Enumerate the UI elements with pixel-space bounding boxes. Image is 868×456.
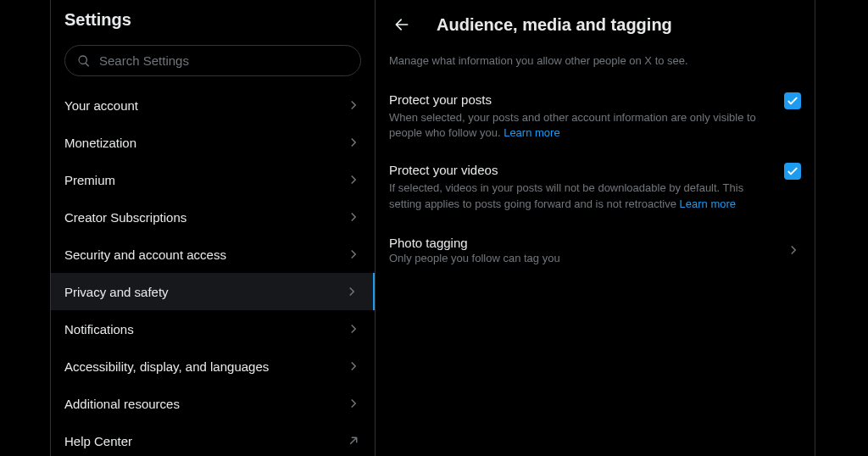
- page-subtitle: Manage what information you allow other …: [376, 46, 815, 84]
- setting-title: Protect your posts: [389, 92, 771, 107]
- sidebar-item-label: Help Center: [64, 434, 132, 448]
- chevron-right-icon: [786, 242, 801, 258]
- sidebar-item-label: Privacy and safety: [64, 285, 169, 299]
- sidebar-item-security-account-access[interactable]: Security and account access: [51, 236, 375, 273]
- right-gutter: [815, 0, 868, 456]
- learn-more-link[interactable]: Learn more: [504, 126, 559, 139]
- sidebar-item-your-account[interactable]: Your account: [51, 86, 375, 124]
- protect-posts-checkbox[interactable]: [784, 92, 801, 109]
- search-wrap: [51, 40, 375, 86]
- settings-sidebar: Settings Your account Monetization Premi…: [51, 0, 376, 456]
- check-icon: [786, 94, 799, 108]
- setting-head: Protect your posts When selected, your p…: [389, 92, 801, 141]
- sidebar-item-label: Notifications: [64, 322, 134, 336]
- setting-desc: If selected, videos in your posts will n…: [389, 181, 771, 211]
- sidebar-item-premium[interactable]: Premium: [51, 161, 375, 198]
- setting-head: Protect your videos If selected, videos …: [389, 163, 801, 211]
- protect-videos-checkbox[interactable]: [784, 163, 801, 180]
- link-text: Photo tagging Only people you follow can…: [389, 236, 560, 264]
- left-gutter: [0, 0, 51, 456]
- sidebar-item-label: Additional resources: [64, 397, 180, 411]
- chevron-right-icon: [346, 97, 361, 113]
- sidebar-item-label: Creator Subscriptions: [64, 210, 186, 225]
- page-title: Audience, media and tagging: [437, 15, 672, 35]
- chevron-right-icon: [346, 396, 361, 411]
- search-input[interactable]: [99, 53, 348, 68]
- chevron-right-icon: [346, 172, 361, 187]
- chevron-right-icon: [346, 359, 361, 374]
- setting-desc: When selected, your posts and other acco…: [389, 110, 771, 141]
- sidebar-item-accessibility-display-languages[interactable]: Accessibility, display, and languages: [51, 348, 375, 385]
- setting-title: Protect your videos: [389, 163, 771, 177]
- main-header: Audience, media and tagging: [376, 10, 815, 46]
- setting-text: Protect your posts When selected, your p…: [389, 92, 771, 141]
- sidebar-item-label: Security and account access: [64, 247, 226, 262]
- chevron-right-icon: [346, 209, 361, 225]
- chevron-right-icon: [346, 321, 361, 336]
- main-panel: Audience, media and tagging Manage what …: [376, 0, 815, 456]
- sidebar-item-privacy-safety[interactable]: Privacy and safety: [51, 273, 375, 310]
- chevron-right-icon: [346, 135, 361, 150]
- sidebar-item-label: Premium: [64, 173, 115, 187]
- photo-tagging-row[interactable]: Photo tagging Only people you follow can…: [376, 225, 815, 275]
- setting-desc-text: When selected, your posts and other acco…: [389, 111, 756, 139]
- search-box[interactable]: [64, 45, 361, 76]
- sidebar-item-notifications[interactable]: Notifications: [51, 310, 375, 348]
- learn-more-link[interactable]: Learn more: [680, 197, 736, 210]
- check-icon: [786, 164, 799, 178]
- sidebar-item-label: Your account: [64, 98, 138, 113]
- sidebar-item-help-center[interactable]: Help Center: [51, 422, 375, 456]
- chevron-right-icon: [346, 247, 361, 262]
- search-icon: [77, 54, 91, 68]
- back-button[interactable]: [387, 10, 416, 39]
- chevron-right-icon: [344, 284, 359, 299]
- setting-protect-posts: Protect your posts When selected, your p…: [376, 84, 815, 154]
- sidebar-item-additional-resources[interactable]: Additional resources: [51, 385, 375, 422]
- link-title: Photo tagging: [389, 236, 560, 250]
- sidebar-item-label: Accessibility, display, and languages: [64, 359, 269, 374]
- setting-protect-videos: Protect your videos If selected, videos …: [376, 154, 815, 225]
- setting-text: Protect your videos If selected, videos …: [389, 163, 771, 211]
- sidebar-item-label: Monetization: [64, 136, 136, 150]
- arrow-left-icon: [393, 16, 410, 33]
- sidebar-item-creator-subscriptions[interactable]: Creator Subscriptions: [51, 198, 375, 236]
- settings-title: Settings: [51, 10, 375, 40]
- sidebar-item-monetization[interactable]: Monetization: [51, 124, 375, 161]
- link-subtitle: Only people you follow can tag you: [389, 252, 560, 264]
- external-link-icon: [346, 433, 361, 448]
